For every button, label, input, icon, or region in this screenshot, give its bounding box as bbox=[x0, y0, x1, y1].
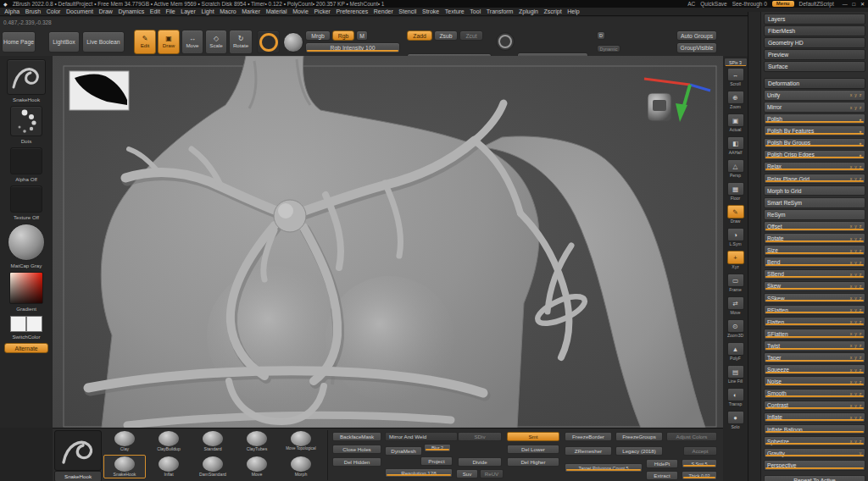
actual-button[interactable]: ▣Actual bbox=[725, 113, 747, 135]
menu-item-edit[interactable]: Edit bbox=[147, 8, 163, 14]
floor-button[interactable]: ▦Floor bbox=[725, 182, 747, 204]
deformation-sbend[interactable]: SBendx y z bbox=[764, 269, 865, 280]
legacy-2018-button[interactable]: Legacy (2018) bbox=[615, 446, 663, 456]
menu-item-stencil[interactable]: Stencil bbox=[396, 8, 420, 14]
smt-button[interactable]: Smt bbox=[507, 432, 559, 441]
dynamic-toggle[interactable]: Dynamic bbox=[597, 45, 620, 53]
del-higher-button[interactable]: Del Higher bbox=[507, 457, 559, 467]
deformation-unify[interactable]: Unifyx y z bbox=[764, 90, 865, 101]
del-hidden-button[interactable]: Del Hidden bbox=[332, 457, 381, 467]
zremesher-button[interactable]: ZRemesher bbox=[565, 446, 612, 456]
menu-item-picker[interactable]: Picker bbox=[311, 8, 333, 14]
deformation-noise[interactable]: Noisex y z bbox=[764, 376, 865, 387]
deformation-taper[interactable]: Taperx y z bbox=[764, 352, 865, 363]
reuv-button[interactable]: ReUV bbox=[480, 469, 504, 478]
zadd-button[interactable]: Zadd bbox=[407, 30, 432, 41]
deformation-squeeze[interactable]: Squeezex y z bbox=[764, 364, 865, 375]
mrgb-button[interactable]: Mrgb bbox=[305, 30, 331, 41]
polyframe-button[interactable]: ▲PolyF bbox=[725, 342, 747, 364]
local-symmetry-button[interactable]: ◑L.Sym bbox=[725, 228, 747, 250]
deformation-mirror[interactable]: Mirrorx y z bbox=[764, 102, 865, 113]
solo-button[interactable]: ●Solo bbox=[725, 411, 747, 433]
deformation-sflatten[interactable]: SFlattenx y z bbox=[764, 329, 865, 340]
deformation-perspective[interactable]: Perspective bbox=[764, 460, 865, 471]
freeze-border-button[interactable]: FreezeBorder bbox=[565, 432, 612, 441]
current-material-sphere-icon[interactable] bbox=[283, 32, 303, 53]
brush-thumb-claytubes[interactable]: ClayTubes bbox=[236, 429, 278, 453]
mirror-and-weld-dropdown[interactable]: Mirror And Weld bbox=[385, 432, 458, 441]
menu-item-marker[interactable]: Marker bbox=[239, 8, 263, 14]
menu-item-tool[interactable]: Tool bbox=[467, 8, 483, 14]
lightbox-button[interactable]: LightBox bbox=[48, 31, 80, 53]
scroll-button[interactable]: ↔Scroll bbox=[725, 68, 747, 90]
suv-button[interactable]: Suv bbox=[456, 469, 478, 478]
menu-item-preferences[interactable]: Preferences bbox=[333, 8, 370, 14]
color-picker[interactable]: Gradient bbox=[9, 272, 43, 312]
thick-slider[interactable]: Thick 0.02 bbox=[682, 471, 717, 480]
quicksave-button[interactable]: QuickSave bbox=[700, 1, 726, 7]
group-visible-button[interactable]: GroupVisible bbox=[676, 42, 717, 53]
divide-button[interactable]: Divide bbox=[458, 457, 502, 467]
deformation-spherize[interactable]: Spherizex y z bbox=[764, 436, 865, 447]
scale-mode-button[interactable]: ◇ Scale bbox=[205, 30, 227, 54]
close-button[interactable]: ✕ bbox=[860, 2, 865, 7]
current-brush-icon[interactable] bbox=[257, 30, 280, 53]
sculpt-viewport[interactable] bbox=[53, 56, 723, 428]
dynamic-d-badge[interactable]: D bbox=[597, 31, 605, 40]
section-preview[interactable]: Preview bbox=[764, 49, 865, 60]
spix-slider[interactable]: SPix 3 bbox=[724, 58, 748, 67]
menu-item-render[interactable]: Render bbox=[371, 8, 397, 14]
s-smt-slider[interactable]: S.Smt 5 bbox=[682, 459, 717, 468]
default-zscript-button[interactable]: DefaultZScript bbox=[799, 1, 834, 7]
menu-item-light[interactable]: Light bbox=[198, 8, 217, 14]
blur-slider[interactable]: Blur 2 bbox=[424, 444, 451, 452]
brush-thumb-inflat[interactable]: Inflat bbox=[147, 455, 190, 478]
extract-button[interactable]: Extract bbox=[646, 471, 678, 480]
deformation-inflate-balloon[interactable]: Inflate Balloon bbox=[764, 424, 865, 435]
freeze-groups-button[interactable]: FreezeGroups bbox=[615, 432, 663, 441]
target-polygons-slider[interactable]: Target Polygons Count 5 bbox=[565, 463, 643, 473]
matcap-gray-sphere[interactable] bbox=[8, 224, 45, 261]
brush-thumb-morph[interactable]: Morph bbox=[280, 455, 322, 478]
deformation-contrast[interactable]: Contrastx y z bbox=[764, 401, 865, 412]
deformation-smooth[interactable]: Smoothx y z bbox=[764, 389, 865, 400]
brush-thumb-standard[interactable]: Standard bbox=[192, 429, 234, 453]
document-canvas[interactable] bbox=[53, 56, 723, 428]
deformation-polish-by-groups[interactable]: Polish By Groups● bbox=[764, 138, 865, 149]
menu-item-alpha[interactable]: Alpha bbox=[2, 8, 23, 14]
menu-item-dynamics[interactable]: Dynamics bbox=[115, 8, 147, 14]
menu-item-help[interactable]: Help bbox=[565, 8, 582, 14]
deformation-polish-by-features[interactable]: Polish By Features● bbox=[764, 125, 865, 136]
menu-item-macro[interactable]: Macro bbox=[217, 8, 239, 14]
maximize-button[interactable]: □ bbox=[853, 2, 856, 7]
section-surface[interactable]: Surface bbox=[764, 61, 865, 72]
gradient-color-square[interactable] bbox=[9, 272, 43, 304]
minimize-button[interactable]: — bbox=[843, 2, 848, 7]
transp-button[interactable]: ◐Transp bbox=[725, 388, 747, 410]
m-button[interactable]: M bbox=[356, 30, 368, 41]
section-deformation[interactable]: Deformation bbox=[764, 78, 865, 89]
deformation-flatten[interactable]: Flattenx y z bbox=[764, 317, 865, 328]
texture-selector[interactable]: Texture Off bbox=[10, 185, 42, 220]
deformation-smart-resym[interactable]: Smart ReSym bbox=[764, 197, 865, 208]
deformation-morph-to-grid[interactable]: Morph to Grid bbox=[764, 185, 865, 196]
backface-mask-button[interactable]: BackfaceMask bbox=[332, 432, 381, 441]
adjust-colors-button[interactable]: Adjust Colors bbox=[666, 432, 717, 441]
brush-thumb-snakehook[interactable]: SnakeHook bbox=[103, 455, 146, 478]
brush-thumb-move[interactable]: Move bbox=[236, 455, 278, 478]
deformation-rflatten[interactable]: RFlattenx y z bbox=[764, 305, 865, 316]
stroke-selector[interactable]: Dots bbox=[10, 106, 42, 144]
draw-mode-button[interactable]: ▣ Draw bbox=[158, 30, 180, 54]
section-geometry-hd[interactable]: Geometry HD bbox=[764, 37, 865, 48]
deformation-polish-crisp-edges[interactable]: Polish Crisp Edges● bbox=[764, 150, 865, 161]
project-button[interactable]: Project bbox=[420, 456, 453, 466]
brush-thumb-move-topological[interactable]: Move Topological bbox=[280, 429, 322, 453]
auto-groups-button[interactable]: Auto Groups bbox=[676, 30, 717, 41]
menu-item-draw[interactable]: Draw bbox=[96, 8, 115, 14]
material-selector[interactable]: MatCap Gray bbox=[8, 224, 45, 268]
deformation-offset[interactable]: Offsetx y z bbox=[764, 221, 865, 232]
persp-button[interactable]: △Persp bbox=[725, 159, 747, 181]
menu-item-document[interactable]: Document bbox=[64, 8, 97, 14]
deformation-sskew[interactable]: SSkewx y z bbox=[764, 293, 865, 304]
deformation-relax-plane-grid[interactable]: Relax Plane Gridx y z bbox=[764, 174, 865, 185]
